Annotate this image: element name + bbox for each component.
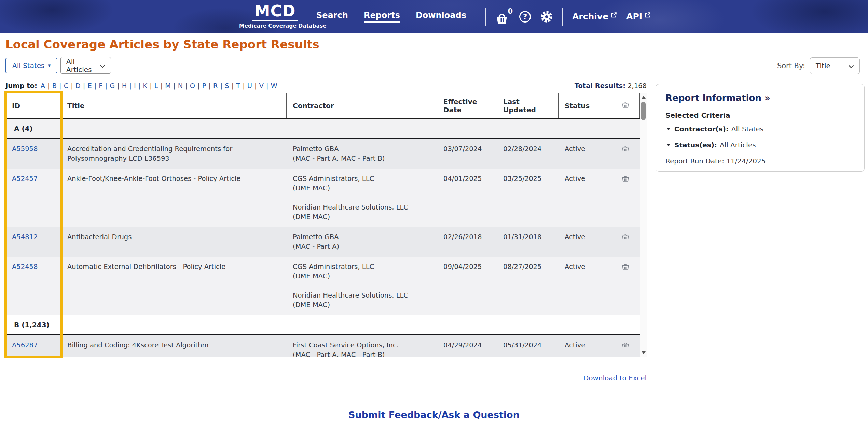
submit-feedback-link[interactable]: Submit Feedback/Ask a Question bbox=[0, 409, 868, 420]
settings-button[interactable] bbox=[540, 10, 553, 23]
jump-letter-M[interactable]: M bbox=[165, 82, 171, 90]
jump-letter-I[interactable]: I bbox=[134, 82, 136, 90]
external-link-icon bbox=[645, 12, 651, 18]
sort-by-control: Sort By: Title bbox=[777, 57, 860, 74]
article-title: Accreditation and Credentialing Requirem… bbox=[61, 139, 287, 169]
article-id-link[interactable]: A56287 bbox=[12, 341, 38, 349]
scrollbar-up-arrow[interactable] bbox=[640, 94, 647, 100]
jump-letter-N[interactable]: N bbox=[178, 82, 183, 90]
jump-letter-separator: | bbox=[195, 82, 202, 90]
contractor-line: Palmetto GBA bbox=[293, 144, 431, 154]
jump-letter-separator: | bbox=[103, 82, 110, 90]
jump-letter-separator: | bbox=[252, 82, 259, 90]
sort-by-label: Sort By: bbox=[777, 62, 805, 70]
group-header-row: B (1,243) bbox=[6, 315, 647, 335]
article-id-link[interactable]: A55958 bbox=[12, 145, 38, 153]
jump-letter-K[interactable]: K bbox=[143, 82, 147, 90]
column-header-last-updated: Last Updated bbox=[497, 93, 559, 118]
jump-letter-C[interactable]: C bbox=[64, 82, 69, 90]
jump-letter-separator: | bbox=[127, 82, 134, 90]
article-title: Automatic External Defibrillators - Poli… bbox=[61, 257, 287, 315]
effective-date: 09/04/2025 bbox=[437, 257, 497, 315]
report-information-title[interactable]: Report Information » bbox=[665, 93, 855, 103]
jump-letter-separator: | bbox=[158, 82, 165, 90]
basket-button[interactable]: 0 bbox=[495, 9, 510, 24]
archive-link[interactable]: Archive bbox=[572, 12, 617, 21]
contractor-line: (DME MAC) bbox=[293, 272, 431, 281]
nav-item-downloads[interactable]: Downloads bbox=[416, 11, 466, 23]
jump-letter-T[interactable]: T bbox=[236, 82, 240, 90]
add-to-basket-icon[interactable] bbox=[621, 263, 630, 310]
sort-by-dropdown[interactable]: Title bbox=[810, 57, 860, 74]
last-updated: 02/28/2024 bbox=[497, 139, 559, 169]
jump-letter-F[interactable]: F bbox=[99, 82, 102, 90]
contractor-line bbox=[293, 281, 431, 291]
total-results-value: 2,168 bbox=[628, 82, 647, 90]
jump-letter-E[interactable]: E bbox=[87, 82, 92, 90]
article-id-cell: A56287 bbox=[6, 335, 61, 357]
article-id-cell: A52457 bbox=[6, 169, 61, 227]
table-row: A56287Billing and Coding: 4Kscore Test A… bbox=[6, 335, 640, 357]
jump-letter-L[interactable]: L bbox=[154, 82, 158, 90]
download-to-excel-link[interactable]: Download to Excel bbox=[583, 374, 647, 382]
table-row: A55958Accreditation and Credentialing Re… bbox=[6, 139, 640, 169]
jump-letter-separator: | bbox=[229, 82, 236, 90]
jump-letter-R[interactable]: R bbox=[213, 82, 218, 90]
jump-letter-separator: | bbox=[183, 82, 190, 90]
articles-filter-dropdown[interactable]: All Articles bbox=[60, 57, 111, 74]
criteria-label: Status(es): bbox=[674, 141, 717, 149]
jump-letter-P[interactable]: P bbox=[202, 82, 206, 90]
selected-criteria-heading: Selected Criteria bbox=[665, 111, 855, 119]
article-id-cell: A52458 bbox=[6, 257, 61, 315]
bullet-dot bbox=[667, 144, 670, 146]
group-header-row: A (4) bbox=[6, 119, 647, 139]
add-to-basket-icon[interactable] bbox=[621, 175, 630, 222]
nav-item-search[interactable]: Search bbox=[316, 11, 348, 23]
table-row: A54812Antibacterial DrugsPalmetto GBA(MA… bbox=[6, 227, 640, 257]
help-button[interactable]: ? bbox=[519, 11, 531, 23]
add-to-basket-icon[interactable] bbox=[621, 145, 630, 163]
chevron-down-icon bbox=[100, 61, 105, 70]
api-link-label: API bbox=[626, 12, 642, 21]
jump-letter-V[interactable]: V bbox=[259, 82, 264, 90]
api-link[interactable]: API bbox=[626, 12, 651, 21]
articles-filter-value: All Articles bbox=[66, 57, 100, 74]
status-value: Active bbox=[559, 227, 611, 257]
effective-date: 03/07/2024 bbox=[437, 139, 497, 169]
external-link-icon bbox=[611, 12, 617, 18]
mcd-logo[interactable]: MCD Medicare Coverage Database bbox=[239, 3, 311, 29]
jump-letter-G[interactable]: G bbox=[110, 82, 115, 90]
add-to-basket-icon[interactable] bbox=[621, 341, 630, 357]
jump-letter-separator: | bbox=[115, 82, 122, 90]
jump-letter-B[interactable]: B bbox=[52, 82, 57, 90]
group-label: B (1,243) bbox=[14, 321, 50, 329]
add-to-basket-icon[interactable] bbox=[621, 233, 630, 251]
header-divider bbox=[485, 8, 486, 26]
contractor-line: (MAC - Part A, MAC - Part B) bbox=[293, 154, 431, 163]
jump-to-label: Jump to: bbox=[5, 82, 37, 90]
jump-letter-U[interactable]: U bbox=[247, 82, 252, 90]
jump-letter-H[interactable]: H bbox=[122, 82, 127, 90]
basket-column-header bbox=[611, 93, 640, 118]
nav-item-reports[interactable]: Reports bbox=[364, 11, 400, 23]
article-contractor: First Coast Service Options, Inc.(MAC - … bbox=[287, 335, 437, 357]
contractor-line: (MAC - Part A, MAC - Part B) bbox=[293, 350, 431, 357]
article-id-link[interactable]: A52457 bbox=[12, 175, 38, 183]
scrollbar-thumb[interactable] bbox=[641, 102, 646, 120]
jump-letter-A[interactable]: A bbox=[41, 82, 45, 90]
jump-letter-W[interactable]: W bbox=[271, 82, 277, 90]
article-id-link[interactable]: A52458 bbox=[12, 263, 38, 271]
states-filter-dropdown[interactable]: All States ▾ bbox=[5, 58, 57, 73]
main-nav: SearchReportsDownloads bbox=[316, 0, 466, 33]
page-title: Local Coverage Articles by State Report … bbox=[5, 38, 319, 51]
article-id-link[interactable]: A54812 bbox=[12, 233, 38, 241]
jump-letter-separator: | bbox=[92, 82, 99, 90]
basket-icon bbox=[495, 12, 509, 25]
scrollbar-down-arrow[interactable] bbox=[640, 350, 647, 356]
jump-letter-D[interactable]: D bbox=[75, 82, 81, 90]
total-results: Total Results: 2,168 bbox=[575, 82, 647, 90]
article-contractor: CGS Administrators, LLC(DME MAC) Noridia… bbox=[287, 257, 437, 315]
jump-letter-O[interactable]: O bbox=[190, 82, 195, 90]
jump-letter-S[interactable]: S bbox=[225, 82, 229, 90]
table-scrollbar[interactable] bbox=[640, 93, 647, 357]
